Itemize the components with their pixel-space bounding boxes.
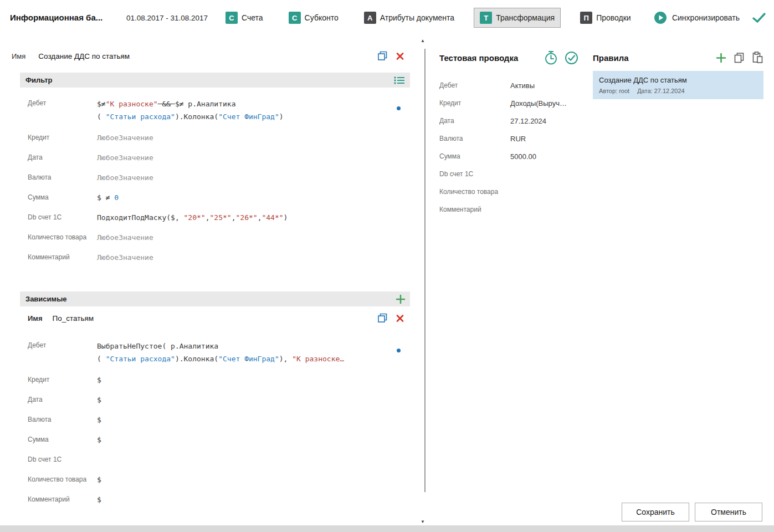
field-value[interactable]: Доходы(Выруч… bbox=[510, 99, 567, 108]
field-row-6: Количество товара bbox=[439, 183, 579, 201]
run-test-timer-icon[interactable] bbox=[544, 50, 558, 65]
scroll-down-arrow[interactable]: ▼ bbox=[418, 518, 428, 525]
rule-name-row: Имя Создание ДДС по статьям bbox=[10, 44, 410, 68]
field-row-1: Кредит$ bbox=[10, 370, 410, 390]
field-label: Валюта bbox=[10, 173, 97, 181]
dependent-name-label: Имя bbox=[28, 314, 43, 323]
bottom-strip bbox=[0, 525, 774, 532]
scrollbar-track[interactable] bbox=[418, 45, 428, 516]
field-row-0: Дебет$≠"К разноске" && $≠ p.Аналитика( "… bbox=[10, 94, 410, 127]
field-value[interactable]: $ bbox=[97, 396, 410, 404]
expression-dot[interactable] bbox=[397, 349, 401, 352]
field-value[interactable]: $ bbox=[97, 416, 410, 424]
field-value[interactable]: ВыбратьНеПустое( p.Аналитика( "Статьи ра… bbox=[97, 340, 410, 365]
header-tab-0[interactable]: ССчета bbox=[219, 8, 269, 28]
field-label: Валюта bbox=[10, 416, 97, 423]
duplicate-dependent-icon[interactable] bbox=[377, 313, 388, 324]
rule-list-item[interactable]: Создание ДДС по статьямАвтор: rootДата: … bbox=[593, 71, 763, 99]
duplicate-rule-icon[interactable] bbox=[377, 50, 388, 62]
filter-section-header: Фильтр bbox=[20, 73, 410, 88]
test-posting-rows: ДебетАктивыКредитДоходы(Выруч…Дата27.12.… bbox=[439, 66, 579, 218]
field-value[interactable]: Активы bbox=[510, 81, 535, 90]
field-label: Db счет 1С bbox=[10, 213, 97, 221]
footer-buttons: Сохранить Отменить bbox=[622, 503, 762, 521]
copy-rule-icon[interactable] bbox=[734, 52, 745, 64]
dependent-rows: ДебетВыбратьНеПустое( p.Аналитика( "Стат… bbox=[10, 330, 410, 509]
field-value[interactable]: ЛюбоеЗначение bbox=[97, 253, 410, 262]
field-label: Количество товара bbox=[10, 475, 97, 483]
rules-panel: Правила Создание ДДС по статьямАвтор: ro… bbox=[593, 49, 763, 99]
header-tab-1[interactable]: ССубконто bbox=[283, 8, 345, 28]
field-label: Количество товара bbox=[10, 233, 97, 241]
field-value[interactable]: $ ≠ 0 bbox=[97, 191, 410, 204]
field-value[interactable]: $ bbox=[97, 436, 410, 444]
tab-letter-icon: А bbox=[364, 12, 376, 24]
test-posting-panel: Тестовая проводка ДебетАктивыКредитДоход… bbox=[439, 49, 579, 218]
field-value[interactable]: 5000.00 bbox=[510, 152, 536, 161]
tab-letter-icon: Т bbox=[480, 12, 492, 24]
dependent-name-value[interactable]: По_статьям bbox=[53, 314, 94, 323]
field-row-3: ВалютаЛюбоеЗначение bbox=[10, 167, 410, 187]
header-tab-4[interactable]: ППроводки bbox=[574, 8, 637, 28]
apply-test-check-icon[interactable] bbox=[564, 50, 579, 65]
field-row-7: Комментарий$ bbox=[10, 489, 410, 509]
field-row-0: ДебетВыбратьНеПустое( p.Аналитика( "Стат… bbox=[10, 336, 410, 370]
sync-play-icon bbox=[654, 11, 667, 24]
field-row-7: КомментарийЛюбоеЗначение bbox=[10, 247, 410, 267]
field-label: Комментарий bbox=[439, 206, 510, 213]
rules-title: Правила bbox=[593, 53, 629, 63]
tab-label: Трансформация bbox=[496, 13, 555, 22]
save-button[interactable]: Сохранить bbox=[622, 503, 689, 521]
cancel-button[interactable]: Отменить bbox=[695, 503, 762, 521]
tab-label: Атрибуты документа bbox=[380, 13, 454, 22]
rule-item-author: Автор: root bbox=[599, 88, 629, 94]
field-row-1: КредитЛюбоеЗначение bbox=[10, 127, 410, 147]
date-range[interactable]: 01.08.2017 - 31.08.2017 bbox=[126, 14, 208, 22]
field-value[interactable]: ЛюбоеЗначение bbox=[97, 134, 410, 142]
confirm-check-icon[interactable] bbox=[752, 12, 766, 23]
add-rule-icon[interactable] bbox=[716, 53, 726, 63]
header-tabs: ССчетаССубконтоААтрибуты документаТТранс… bbox=[219, 0, 637, 35]
field-label: Db счет 1С bbox=[10, 456, 97, 463]
field-row-5: Db счет 1С bbox=[439, 165, 579, 183]
sync-button[interactable]: Синхронизировать bbox=[654, 0, 740, 35]
delete-dependent-icon[interactable] bbox=[396, 314, 404, 323]
scroll-up-arrow[interactable]: ▲ bbox=[418, 37, 428, 44]
field-value[interactable]: $≠"К разноске" && $≠ p.Аналитика( "Стать… bbox=[97, 98, 410, 123]
field-value[interactable]: ЛюбоеЗначение bbox=[97, 233, 410, 242]
field-label: Комментарий bbox=[10, 495, 97, 503]
field-value[interactable]: $ bbox=[97, 475, 410, 484]
field-value[interactable]: 27.12.2024 bbox=[510, 117, 546, 125]
field-row-4: Сумма$ bbox=[10, 429, 410, 449]
tab-letter-icon: С bbox=[225, 12, 238, 24]
field-value[interactable]: ПодходитПодМаску($, "20*","25*","26*","4… bbox=[97, 211, 410, 224]
field-row-5: Db счет 1СПодходитПодМаску($, "20*","25*… bbox=[10, 207, 410, 227]
field-label: Дата bbox=[439, 117, 510, 125]
field-label: Кредит bbox=[10, 134, 97, 141]
field-value[interactable]: ЛюбоеЗначение bbox=[97, 154, 410, 162]
vertical-scrollbar[interactable]: ▲ ▼ bbox=[418, 37, 428, 525]
app-window: { "header": { "title": "Информационная б… bbox=[0, 0, 774, 532]
header-tab-2[interactable]: ААтрибуты документа bbox=[358, 8, 460, 28]
filter-rows: Дебет$≠"К разноске" && $≠ p.Аналитика( "… bbox=[10, 88, 410, 267]
field-row-6: Количество товара$ bbox=[10, 469, 410, 489]
field-value[interactable]: $ bbox=[97, 376, 410, 384]
rule-name-value[interactable]: Создание ДДС по статьям bbox=[38, 52, 130, 60]
field-row-2: Дата27.12.2024 bbox=[439, 112, 579, 130]
delete-rule-icon[interactable] bbox=[396, 52, 404, 60]
field-label: Дебет bbox=[439, 81, 510, 89]
header-tab-3[interactable]: ТТрансформация bbox=[474, 8, 561, 28]
field-label: Дата bbox=[10, 396, 97, 403]
rule-item-meta: Автор: rootДата: 27.12.2024 bbox=[599, 88, 757, 94]
scrollbar-thumb[interactable] bbox=[424, 49, 426, 492]
expression-dot[interactable] bbox=[397, 106, 401, 110]
name-label: Имя bbox=[12, 52, 25, 60]
filter-list-icon[interactable] bbox=[393, 75, 406, 85]
add-dependent-icon[interactable] bbox=[396, 294, 406, 304]
field-value[interactable]: $ bbox=[97, 495, 410, 504]
field-value[interactable]: RUR bbox=[510, 135, 526, 143]
tab-label: Проводки bbox=[596, 13, 631, 22]
field-value[interactable]: ЛюбоеЗначение bbox=[97, 173, 410, 182]
field-row-4: Сумма$ ≠ 0 bbox=[10, 187, 410, 207]
paste-rule-icon[interactable] bbox=[752, 52, 763, 64]
